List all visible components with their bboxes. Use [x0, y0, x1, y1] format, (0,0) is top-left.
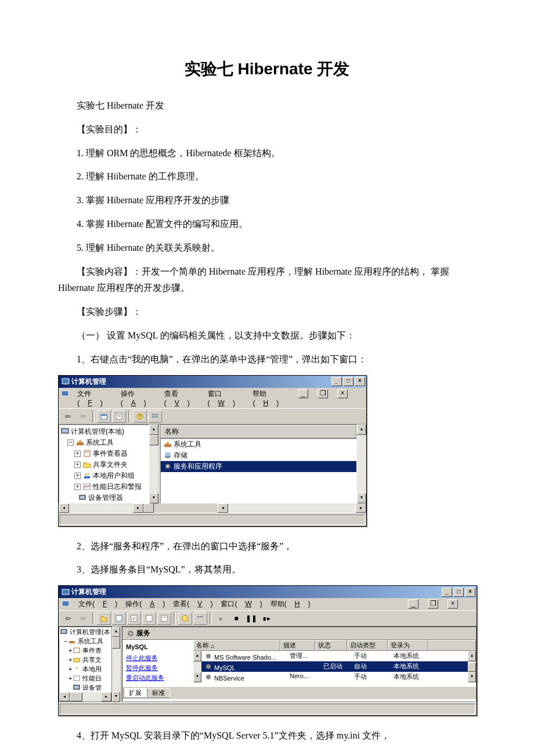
- tree-n1-3[interactable]: 本地用户和组: [93, 471, 135, 481]
- device-icon: [78, 493, 87, 502]
- tb-btn[interactable]: ✓: [127, 612, 141, 625]
- titlebar[interactable]: 计算机管理 _ □ ×: [59, 586, 477, 598]
- h-scrollbar[interactable]: ◂▸◂▸: [59, 503, 366, 513]
- col-logon[interactable]: 登录为: [388, 640, 428, 651]
- col-desc[interactable]: 描述: [280, 640, 315, 651]
- tree-view[interactable]: 计算机管理(本 −系统工具 +事件查 +共享文 +本地用 +性能日 设备管 ◂▸: [59, 627, 112, 702]
- tb-btn[interactable]: [112, 612, 126, 625]
- tree-scrollbar[interactable]: ▴▾: [112, 627, 120, 702]
- tree-n1-4[interactable]: 性能日志和警报: [93, 482, 142, 492]
- menu-window[interactable]: 窗口(W): [221, 599, 262, 609]
- mdi-minimize-button[interactable]: _: [408, 599, 418, 609]
- col-name[interactable]: 名称 △: [193, 640, 280, 651]
- tree-hscroll[interactable]: ◂▸: [59, 692, 111, 701]
- menu-help[interactable]: 帮助(H): [252, 389, 288, 407]
- tree-n1[interactable]: 系统工具: [86, 438, 114, 448]
- expand-icon[interactable]: +: [74, 462, 81, 468]
- minimize-button[interactable]: _: [442, 588, 452, 597]
- tb-btn[interactable]: [142, 612, 156, 625]
- mdi-minimize-button[interactable]: _: [298, 389, 308, 398]
- services-table[interactable]: 名称 △ 描述 状态 启动类型 登录为 ▴▾ MS Software Shado…: [193, 640, 476, 687]
- expand-icon[interactable]: +: [74, 451, 81, 457]
- tb-btn[interactable]: [157, 612, 171, 625]
- menu-view[interactable]: 查看(V): [164, 389, 200, 407]
- up-button[interactable]: [97, 410, 111, 423]
- page-title: 实验七 Hibernate 开发: [58, 58, 476, 80]
- list-button[interactable]: [148, 410, 162, 423]
- menu-view[interactable]: 查看(V): [173, 599, 212, 609]
- list-item[interactable]: 系统工具: [161, 439, 356, 450]
- tb-btn[interactable]: [193, 612, 207, 625]
- gear-icon: [204, 662, 213, 671]
- forward-button[interactable]: ⇨: [76, 410, 90, 423]
- menu-action[interactable]: 操作(A): [125, 599, 165, 609]
- maximize-button[interactable]: □: [343, 377, 353, 386]
- menu-help[interactable]: 帮助(H): [270, 599, 311, 609]
- maximize-button[interactable]: □: [453, 588, 464, 597]
- mdi-close-button[interactable]: ×: [448, 599, 458, 609]
- tree-root[interactable]: 计算机管理(本地): [71, 427, 124, 437]
- pause-button[interactable]: ❚❚: [244, 612, 258, 625]
- svg-rect-29: [62, 589, 69, 595]
- svg-point-44: [75, 667, 78, 669]
- gear-icon: [204, 672, 213, 682]
- help-button[interactable]: ?: [133, 410, 147, 423]
- list-item-selected[interactable]: 服务和应用程序: [161, 461, 356, 472]
- svg-rect-20: [84, 476, 90, 478]
- svg-rect-43: [74, 658, 80, 662]
- tree-n1-5[interactable]: 设备管理器: [88, 493, 123, 503]
- col-startup[interactable]: 启动类型: [347, 640, 388, 651]
- menu-window[interactable]: 窗口(W): [208, 389, 245, 407]
- menu-file[interactable]: 文件(F): [77, 389, 112, 407]
- inner-scroll[interactable]: ▴▾: [193, 651, 201, 682]
- tree-view[interactable]: 计算机管理(本地) −系统工具 +事件查看器 +共享文件夹 +本地用户和组 +性…: [59, 424, 149, 503]
- back-button[interactable]: ⇦: [61, 612, 75, 625]
- col-status[interactable]: 状态: [315, 640, 347, 651]
- play-button[interactable]: ▸: [214, 612, 228, 625]
- tab-standard[interactable]: 标准: [147, 688, 170, 698]
- collapse-icon[interactable]: −: [67, 440, 74, 446]
- properties-button[interactable]: [112, 410, 126, 423]
- table-row[interactable]: MS Software Shado... 管理... 手动 本地系统: [201, 651, 468, 661]
- menu-file[interactable]: 文件(F): [78, 599, 117, 609]
- stop-link[interactable]: 停止此服务: [126, 654, 190, 663]
- stop-button[interactable]: ■: [229, 612, 243, 625]
- mdi-close-button[interactable]: ×: [337, 389, 348, 398]
- list-view[interactable]: 名称 系统工具 存储 服务和应用程序: [160, 424, 357, 503]
- tree-scrollbar[interactable]: ▴▾: [149, 424, 158, 503]
- minimize-button[interactable]: _: [331, 377, 342, 386]
- restart-button[interactable]: ∎▸: [259, 612, 273, 625]
- mdi-restore-button[interactable]: ❐: [317, 389, 328, 398]
- storage-icon: [163, 451, 172, 460]
- back-button[interactable]: ⇦: [61, 410, 75, 423]
- toolbar: ⇦ ⇨ ?: [59, 408, 366, 424]
- col-name[interactable]: 名称: [161, 425, 356, 438]
- tree-n1-2[interactable]: 共享文件夹: [93, 460, 128, 470]
- menu-action[interactable]: 操作(A): [121, 389, 156, 407]
- step-2: 2、选择“服务和程序”，在弹出的窗口中选择“服务”，: [58, 538, 476, 555]
- svc-scrollbar[interactable]: ▴▾: [468, 651, 476, 682]
- list-item[interactable]: 存储: [161, 450, 356, 461]
- tree-n1-1[interactable]: 事件查看器: [93, 449, 128, 459]
- expand-icon[interactable]: +: [74, 473, 81, 479]
- pause-link[interactable]: 暂停此服务: [126, 664, 190, 672]
- forward-button[interactable]: ⇨: [76, 612, 90, 625]
- step-1: （一） 设置 MySQL 的编码相关属性，以支持中文数据。步骤如下：: [58, 327, 476, 344]
- goal-4: 4. 掌握 Hibernate 配置文件的编写和应用。: [58, 216, 476, 233]
- tab-extended[interactable]: 扩展: [124, 688, 147, 698]
- expand-icon[interactable]: +: [74, 484, 81, 490]
- help-button[interactable]: [178, 612, 192, 625]
- table-row[interactable]: NBService Nero... 手动 本地系统: [201, 672, 468, 682]
- list-scrollbar[interactable]: ▴▾: [357, 424, 366, 503]
- close-button[interactable]: ×: [465, 588, 475, 597]
- device-icon: [72, 683, 81, 692]
- computer-icon: [59, 627, 68, 636]
- restart-link[interactable]: 重启动此服务: [126, 674, 190, 682]
- users-icon: [72, 664, 81, 674]
- close-button[interactable]: ×: [355, 377, 365, 386]
- table-row-selected[interactable]: MySQL 已启动 自动 本地系统: [201, 661, 468, 672]
- mdi-restore-button[interactable]: ❐: [428, 599, 438, 609]
- up-button[interactable]: [97, 612, 111, 625]
- titlebar[interactable]: 计算机管理 _ □ ×: [59, 376, 366, 388]
- services-pane: 服务 MySQL 停止此服务 暂停此服务 重启动此服务 名称 △ 描述 状态 启…: [122, 627, 477, 702]
